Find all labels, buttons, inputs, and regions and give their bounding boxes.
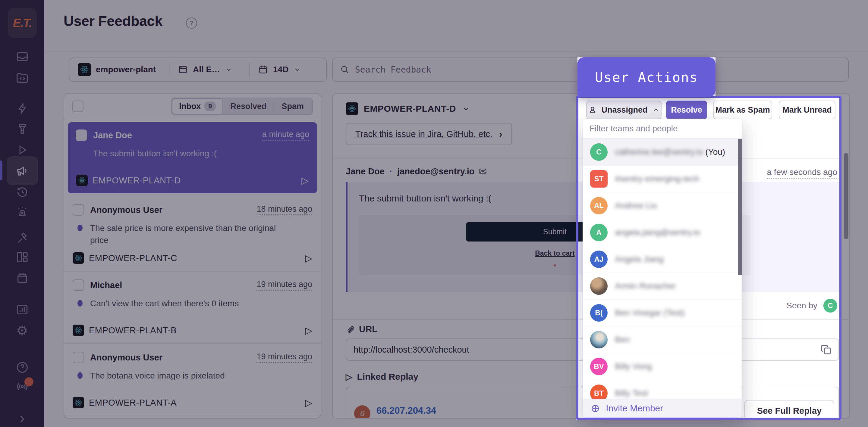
avatar-photo	[590, 331, 608, 349]
seen-by-row: Seen by C	[786, 299, 837, 313]
assignee-dropdown: C catherine.lee@sentry.io (You) ST #sent…	[583, 119, 742, 418]
assignee-list: C catherine.lee@sentry.io (You) ST #sent…	[583, 139, 742, 399]
assignee-filter	[583, 119, 742, 139]
assignee-option[interactable]: A angela.jiang@sentry.io	[583, 219, 742, 246]
assignee-option[interactable]: Armin Ronacher	[583, 273, 742, 300]
see-full-replay-button[interactable]: See Full Replay	[744, 400, 834, 419]
dim-overlay	[0, 420, 868, 427]
user-actions-callout: User Actions	[578, 57, 715, 97]
avatar: AJ	[590, 251, 608, 268]
plus-circle-icon: ⊕	[591, 402, 600, 415]
assignee-option[interactable]: Ben	[583, 326, 742, 353]
dim-overlay	[841, 97, 868, 420]
assignee-filter-input[interactable]	[590, 124, 735, 133]
avatar: C	[590, 143, 608, 161]
assignee-option[interactable]: B( Ben Vinegar (Test)	[583, 300, 742, 326]
assignee-option[interactable]: BV Billy Vong	[583, 353, 742, 380]
mark-as-spam-button[interactable]: Mark as Spam	[713, 101, 772, 119]
copy-icon	[820, 343, 832, 356]
assignee-option[interactable]: BT Billy Test	[583, 380, 742, 399]
invite-member-button[interactable]: ⊕ Invite Member	[583, 399, 742, 417]
avatar: BT	[590, 385, 608, 399]
dim-overlay	[715, 57, 868, 97]
resolve-button[interactable]: Resolve	[666, 101, 707, 119]
avatar: BV	[590, 358, 608, 375]
assignee-option[interactable]: C catherine.lee@sentry.io (You)	[583, 139, 742, 166]
chevron-up-icon	[652, 106, 660, 114]
dim-overlay	[0, 57, 578, 97]
avatar: AL	[590, 197, 608, 215]
dim-overlay	[0, 0, 868, 57]
copy-button[interactable]	[820, 343, 832, 358]
assignee-option[interactable]: AJ Angela Jiang	[583, 246, 742, 273]
avatar-photo	[590, 277, 608, 295]
dropdown-scrollbar[interactable]	[738, 139, 742, 275]
person-icon	[588, 105, 597, 114]
team-avatar: ST	[590, 170, 608, 188]
assignee-option[interactable]: ST #sentry-emerging-tech	[583, 166, 742, 192]
feedback-timestamp: a few seconds ago	[767, 167, 838, 179]
seen-by-avatar[interactable]: C	[824, 299, 837, 313]
assignee-dropdown-button[interactable]: Unassigned	[586, 101, 661, 119]
avatar: A	[590, 224, 608, 241]
assignee-option[interactable]: AL Andrew Liu	[583, 192, 742, 219]
dim-overlay	[0, 97, 576, 420]
mark-unread-button[interactable]: Mark Unread	[779, 101, 835, 119]
seen-by-label: Seen by	[786, 301, 817, 310]
avatar: B(	[590, 304, 608, 322]
